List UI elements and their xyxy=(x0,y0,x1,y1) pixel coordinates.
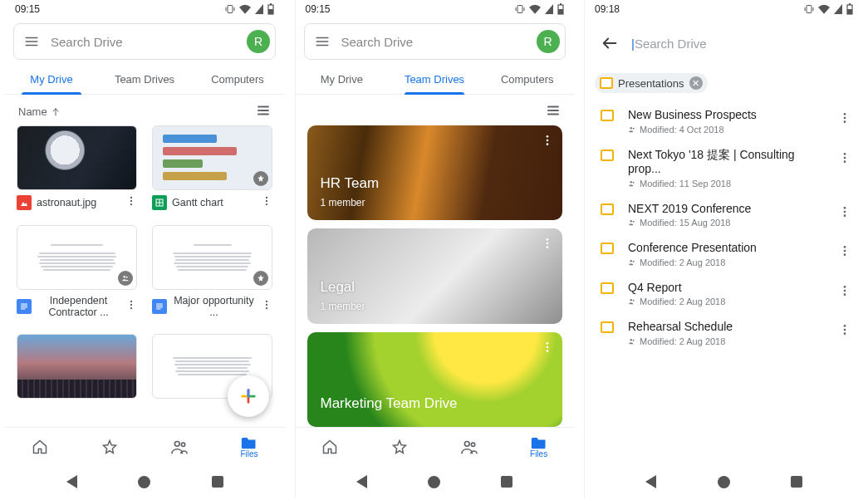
recents-button[interactable] xyxy=(212,476,223,488)
team-drive-card[interactable]: Marketing Team Drive xyxy=(307,332,562,427)
back-button[interactable] xyxy=(66,475,77,488)
nav-home[interactable] xyxy=(5,439,75,455)
vibrate-icon xyxy=(804,4,814,14)
search-bar[interactable]: Search Drive R xyxy=(304,23,566,60)
result-row[interactable]: NEXT 2019 Conference Modified: 15 Aug 20… xyxy=(595,195,853,235)
filter-chips: Presentations ✕ xyxy=(585,68,863,101)
file-item[interactable]: Next Tokyo '18 xyxy=(17,334,137,399)
filter-chip-presentations[interactable]: Presentations ✕ xyxy=(595,73,708,93)
svg-point-52 xyxy=(844,113,846,115)
result-row[interactable]: Rehearsal Schedule Modified: 2 Aug 2018 xyxy=(595,313,853,353)
vibrate-icon xyxy=(225,4,235,14)
list-view-icon[interactable] xyxy=(546,103,561,120)
recents-button[interactable] xyxy=(791,476,802,488)
svg-point-78 xyxy=(844,329,846,331)
svg-point-26 xyxy=(181,443,184,446)
back-button[interactable] xyxy=(356,475,367,488)
nav-shared[interactable] xyxy=(145,439,214,455)
search-bar[interactable]: Search Drive R xyxy=(13,23,276,60)
more-icon[interactable] xyxy=(261,299,272,314)
file-name: Independent Contractor ... xyxy=(37,295,120,319)
close-icon[interactable]: ✕ xyxy=(689,76,703,90)
file-item[interactable]: Independent Contractor ... xyxy=(17,225,137,319)
file-name: astronaut.jpg xyxy=(37,197,120,208)
screen-my-drive: 09:15 Search Drive R My Drive Team Drive… xyxy=(5,0,284,498)
svg-rect-31 xyxy=(560,3,562,5)
more-icon[interactable] xyxy=(838,281,851,301)
svg-rect-0 xyxy=(228,6,233,13)
svg-point-34 xyxy=(546,140,548,142)
sort-button[interactable]: Name xyxy=(18,105,61,118)
home-button[interactable] xyxy=(428,476,440,488)
more-icon[interactable] xyxy=(838,241,851,261)
tab-team-drives[interactable]: Team Drives xyxy=(98,65,191,94)
home-button[interactable] xyxy=(138,476,150,488)
search-input[interactable]: |Search Drive xyxy=(631,37,840,51)
back-button[interactable] xyxy=(645,475,656,488)
tab-computers[interactable]: Computers xyxy=(191,65,284,94)
more-icon[interactable] xyxy=(261,195,272,210)
fab-new[interactable] xyxy=(228,375,269,417)
svg-point-77 xyxy=(844,325,846,327)
back-icon[interactable] xyxy=(598,34,621,52)
shared-icon xyxy=(628,179,636,188)
home-button[interactable] xyxy=(718,476,730,488)
tab-my-drive[interactable]: My Drive xyxy=(5,65,98,94)
more-icon[interactable] xyxy=(838,202,851,222)
result-row[interactable]: Q4 Report Modified: 2 Aug 2018 xyxy=(595,274,853,314)
tab-team-drives[interactable]: Team Drives xyxy=(388,65,481,94)
menu-icon[interactable] xyxy=(22,32,41,51)
team-drive-card[interactable]: HR Team 1 member xyxy=(307,125,562,220)
result-row[interactable]: Next Tokyo '18 提案 | Consulting prop... M… xyxy=(595,141,853,195)
file-thumbnail xyxy=(152,225,272,290)
result-meta: Modified: 2 Aug 2018 xyxy=(628,336,828,346)
status-bar: 09:15 xyxy=(296,0,574,18)
nav-home[interactable] xyxy=(296,439,365,455)
more-icon[interactable] xyxy=(838,108,851,128)
screen-team-drives: 09:15 Search Drive R My Drive Team Drive… xyxy=(295,0,574,498)
more-icon[interactable] xyxy=(541,341,554,357)
recents-button[interactable] xyxy=(501,476,512,488)
nav-shared[interactable] xyxy=(434,439,504,455)
shared-icon xyxy=(628,297,636,306)
shared-icon xyxy=(170,439,189,455)
svg-point-7 xyxy=(130,200,132,202)
list-view-icon[interactable] xyxy=(256,103,271,120)
file-item[interactable]: Gantt chart xyxy=(152,125,272,210)
nav-starred[interactable] xyxy=(75,439,145,455)
home-icon xyxy=(32,439,48,455)
svg-point-8 xyxy=(130,203,132,205)
more-icon[interactable] xyxy=(125,299,137,314)
tab-computers[interactable]: Computers xyxy=(481,65,574,94)
nav-starred[interactable] xyxy=(365,439,434,455)
svg-point-18 xyxy=(266,301,267,302)
result-row[interactable]: New Business Prospects Modified: 4 Oct 2… xyxy=(595,101,853,141)
more-icon[interactable] xyxy=(838,148,851,168)
more-icon[interactable] xyxy=(541,134,554,150)
status-icons xyxy=(804,3,853,15)
star-badge-icon xyxy=(253,171,268,186)
result-meta: Modified: 11 Sep 2018 xyxy=(628,179,828,189)
search-results: New Business Prospects Modified: 4 Oct 2… xyxy=(585,101,863,465)
result-row[interactable]: Conference Presentation Modified: 2 Aug … xyxy=(595,234,853,274)
nav-files[interactable]: Files xyxy=(214,434,284,458)
tab-my-drive[interactable]: My Drive xyxy=(296,65,389,94)
svg-point-20 xyxy=(266,307,267,309)
account-avatar[interactable]: R xyxy=(537,30,560,53)
menu-icon[interactable] xyxy=(313,32,331,51)
system-nav xyxy=(296,465,574,498)
more-icon[interactable] xyxy=(125,195,137,210)
file-item[interactable]: astronaut.jpg xyxy=(17,125,137,210)
svg-point-13 xyxy=(124,276,126,278)
more-icon[interactable] xyxy=(541,237,554,253)
search-bar-active[interactable]: |Search Drive xyxy=(593,23,855,63)
more-icon[interactable] xyxy=(838,320,851,340)
battery-icon xyxy=(267,3,274,15)
result-meta: Modified: 2 Aug 2018 xyxy=(628,257,828,267)
battery-icon xyxy=(557,3,564,15)
svg-point-51 xyxy=(633,127,635,129)
account-avatar[interactable]: R xyxy=(247,30,270,53)
file-item[interactable]: Major opportunity ... xyxy=(152,225,272,319)
nav-files[interactable]: Files xyxy=(504,434,574,458)
team-drive-card[interactable]: Legal 1 member xyxy=(307,228,562,323)
